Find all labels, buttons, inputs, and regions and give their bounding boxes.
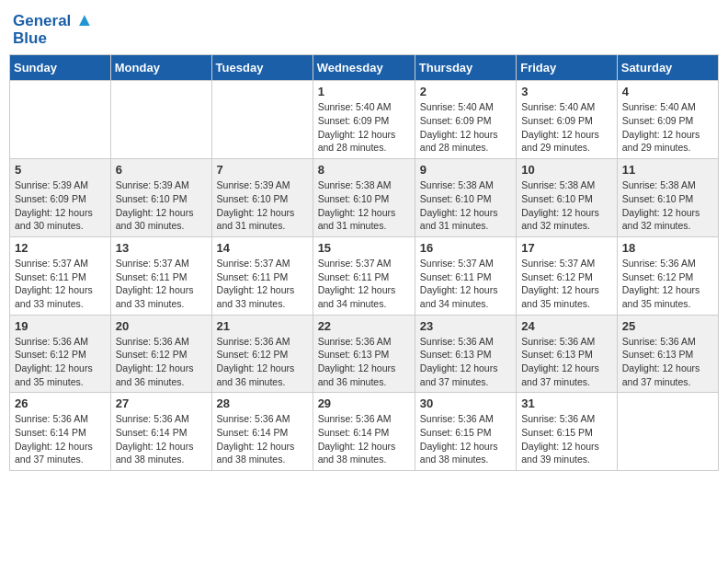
day-number: 7 — [217, 163, 308, 177]
calendar-cell — [10, 81, 111, 159]
day-info: Sunrise: 5:36 AM Sunset: 6:12 PM Dayligh… — [15, 335, 106, 389]
calendar-cell — [617, 393, 718, 471]
weekday-header: Tuesday — [211, 55, 313, 81]
day-number: 4 — [622, 85, 713, 98]
day-number: 20 — [116, 319, 207, 333]
calendar-cell: 29Sunrise: 5:36 AM Sunset: 6:14 PM Dayli… — [313, 393, 415, 471]
day-info: Sunrise: 5:37 AM Sunset: 6:11 PM Dayligh… — [116, 257, 207, 311]
day-info: Sunrise: 5:40 AM Sunset: 6:09 PM Dayligh… — [420, 100, 511, 155]
weekday-header: Wednesday — [313, 55, 415, 81]
day-number: 26 — [15, 396, 106, 410]
calendar-week-row: 5Sunrise: 5:39 AM Sunset: 6:09 PM Daylig… — [10, 159, 719, 237]
day-info: Sunrise: 5:37 AM Sunset: 6:11 PM Dayligh… — [15, 257, 106, 311]
weekday-header: Sunday — [10, 55, 111, 81]
day-info: Sunrise: 5:36 AM Sunset: 6:13 PM Dayligh… — [521, 335, 612, 389]
day-number: 15 — [318, 241, 410, 255]
day-info: Sunrise: 5:40 AM Sunset: 6:09 PM Dayligh… — [622, 100, 713, 155]
calendar-cell: 13Sunrise: 5:37 AM Sunset: 6:11 PM Dayli… — [110, 236, 211, 315]
day-number: 11 — [622, 163, 713, 177]
logo-general: General — [13, 12, 71, 29]
weekday-header: Monday — [110, 55, 211, 81]
calendar-cell: 21Sunrise: 5:36 AM Sunset: 6:12 PM Dayli… — [211, 315, 313, 393]
calendar-cell: 9Sunrise: 5:38 AM Sunset: 6:10 PM Daylig… — [415, 159, 516, 237]
day-number: 23 — [420, 319, 511, 333]
day-info: Sunrise: 5:36 AM Sunset: 6:12 PM Dayligh… — [217, 335, 308, 389]
calendar-cell: 2Sunrise: 5:40 AM Sunset: 6:09 PM Daylig… — [415, 81, 516, 159]
day-info: Sunrise: 5:36 AM Sunset: 6:13 PM Dayligh… — [318, 335, 410, 389]
day-number: 31 — [521, 396, 612, 410]
day-number: 27 — [116, 396, 207, 410]
day-info: Sunrise: 5:37 AM Sunset: 6:11 PM Dayligh… — [217, 257, 308, 311]
day-number: 17 — [521, 241, 612, 255]
day-number: 9 — [420, 163, 511, 177]
day-number: 5 — [15, 163, 106, 177]
calendar-cell: 30Sunrise: 5:36 AM Sunset: 6:15 PM Dayli… — [415, 393, 516, 471]
calendar-cell: 3Sunrise: 5:40 AM Sunset: 6:09 PM Daylig… — [517, 81, 618, 159]
calendar-cell: 25Sunrise: 5:36 AM Sunset: 6:13 PM Dayli… — [617, 315, 718, 393]
calendar-cell: 4Sunrise: 5:40 AM Sunset: 6:09 PM Daylig… — [617, 81, 718, 159]
calendar-cell: 19Sunrise: 5:36 AM Sunset: 6:12 PM Dayli… — [10, 315, 111, 393]
day-number: 13 — [116, 241, 207, 255]
calendar-cell: 5Sunrise: 5:39 AM Sunset: 6:09 PM Daylig… — [10, 159, 111, 237]
day-number: 19 — [15, 319, 106, 333]
calendar-cell: 28Sunrise: 5:36 AM Sunset: 6:14 PM Dayli… — [211, 393, 313, 471]
calendar-cell: 1Sunrise: 5:40 AM Sunset: 6:09 PM Daylig… — [313, 81, 415, 159]
day-number: 25 — [622, 319, 713, 333]
day-number: 12 — [15, 241, 106, 255]
calendar-cell: 23Sunrise: 5:36 AM Sunset: 6:13 PM Dayli… — [415, 315, 516, 393]
day-number: 22 — [318, 319, 410, 333]
calendar-cell: 11Sunrise: 5:38 AM Sunset: 6:10 PM Dayli… — [617, 159, 718, 237]
calendar-table: SundayMondayTuesdayWednesdayThursdayFrid… — [9, 54, 719, 471]
calendar-week-row: 12Sunrise: 5:37 AM Sunset: 6:11 PM Dayli… — [10, 236, 719, 315]
weekday-header: Friday — [517, 55, 618, 81]
weekday-header: Thursday — [415, 55, 516, 81]
logo-blue: Blue — [13, 30, 94, 48]
day-number: 16 — [420, 241, 511, 255]
day-info: Sunrise: 5:37 AM Sunset: 6:11 PM Dayligh… — [318, 257, 410, 311]
day-number: 28 — [217, 396, 308, 410]
day-info: Sunrise: 5:39 AM Sunset: 6:10 PM Dayligh… — [217, 178, 308, 233]
day-number: 1 — [318, 85, 410, 98]
calendar-cell: 10Sunrise: 5:38 AM Sunset: 6:10 PM Dayli… — [517, 159, 618, 237]
page-header: General ▲ Blue — [9, 9, 719, 47]
day-info: Sunrise: 5:36 AM Sunset: 6:15 PM Dayligh… — [420, 412, 511, 466]
day-info: Sunrise: 5:36 AM Sunset: 6:15 PM Dayligh… — [521, 412, 612, 466]
calendar-cell — [211, 81, 313, 159]
calendar-cell: 26Sunrise: 5:36 AM Sunset: 6:14 PM Dayli… — [10, 393, 111, 471]
calendar-cell: 6Sunrise: 5:39 AM Sunset: 6:10 PM Daylig… — [110, 159, 211, 237]
day-info: Sunrise: 5:38 AM Sunset: 6:10 PM Dayligh… — [420, 178, 511, 233]
day-info: Sunrise: 5:36 AM Sunset: 6:14 PM Dayligh… — [318, 412, 410, 466]
calendar-cell: 14Sunrise: 5:37 AM Sunset: 6:11 PM Dayli… — [211, 236, 313, 315]
day-info: Sunrise: 5:38 AM Sunset: 6:10 PM Dayligh… — [622, 178, 713, 233]
day-number: 30 — [420, 396, 511, 410]
calendar-week-row: 19Sunrise: 5:36 AM Sunset: 6:12 PM Dayli… — [10, 315, 719, 393]
day-info: Sunrise: 5:36 AM Sunset: 6:13 PM Dayligh… — [420, 335, 511, 389]
calendar-week-row: 26Sunrise: 5:36 AM Sunset: 6:14 PM Dayli… — [10, 393, 719, 471]
day-info: Sunrise: 5:40 AM Sunset: 6:09 PM Dayligh… — [521, 100, 612, 155]
day-info: Sunrise: 5:38 AM Sunset: 6:10 PM Dayligh… — [318, 178, 410, 233]
calendar-cell: 18Sunrise: 5:36 AM Sunset: 6:12 PM Dayli… — [617, 236, 718, 315]
day-info: Sunrise: 5:40 AM Sunset: 6:09 PM Dayligh… — [318, 100, 410, 155]
day-number: 3 — [521, 85, 612, 98]
calendar-cell: 16Sunrise: 5:37 AM Sunset: 6:11 PM Dayli… — [415, 236, 516, 315]
day-number: 29 — [318, 396, 410, 410]
logo-bird-icon: ▲ — [75, 9, 94, 29]
day-number: 18 — [622, 241, 713, 255]
calendar-cell — [110, 81, 211, 159]
weekday-header: Saturday — [617, 55, 718, 81]
logo: General ▲ Blue — [13, 9, 94, 47]
day-info: Sunrise: 5:37 AM Sunset: 6:12 PM Dayligh… — [521, 257, 612, 311]
day-info: Sunrise: 5:36 AM Sunset: 6:14 PM Dayligh… — [217, 412, 308, 466]
day-number: 24 — [521, 319, 612, 333]
calendar-week-row: 1Sunrise: 5:40 AM Sunset: 6:09 PM Daylig… — [10, 81, 719, 159]
day-info: Sunrise: 5:36 AM Sunset: 6:14 PM Dayligh… — [15, 412, 106, 466]
calendar-cell: 7Sunrise: 5:39 AM Sunset: 6:10 PM Daylig… — [211, 159, 313, 237]
calendar-cell: 31Sunrise: 5:36 AM Sunset: 6:15 PM Dayli… — [517, 393, 618, 471]
day-info: Sunrise: 5:36 AM Sunset: 6:14 PM Dayligh… — [116, 412, 207, 466]
day-number: 2 — [420, 85, 511, 98]
calendar-cell: 12Sunrise: 5:37 AM Sunset: 6:11 PM Dayli… — [10, 236, 111, 315]
calendar-cell: 15Sunrise: 5:37 AM Sunset: 6:11 PM Dayli… — [313, 236, 415, 315]
day-info: Sunrise: 5:36 AM Sunset: 6:13 PM Dayligh… — [622, 335, 713, 389]
day-info: Sunrise: 5:39 AM Sunset: 6:09 PM Dayligh… — [15, 178, 106, 233]
day-info: Sunrise: 5:39 AM Sunset: 6:10 PM Dayligh… — [116, 178, 207, 233]
